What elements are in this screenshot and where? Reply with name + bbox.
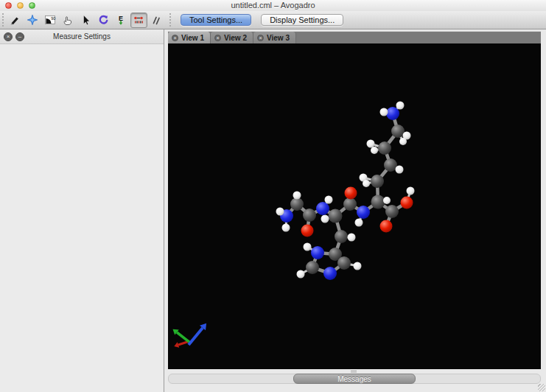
draw-tool-button[interactable] <box>7 13 24 28</box>
bond-centric-tool-button[interactable]: 90 <box>42 13 59 28</box>
toolbar-drag-handle[interactable] <box>2 13 6 27</box>
measure-icon <box>133 14 144 26</box>
tab-label: View 2 <box>224 34 247 42</box>
messages-button[interactable]: Messages <box>293 374 416 384</box>
align-icon <box>150 14 162 26</box>
title-bar: untitled.cml – Avogadro <box>0 0 546 11</box>
toolbar: 90 E <box>0 11 546 29</box>
align-tool-button[interactable] <box>148 13 165 28</box>
molecule[interactable] <box>168 43 541 369</box>
avogadro-window: untitled.cml – Avogadro 90 <box>0 0 546 392</box>
tab-view-1[interactable]: × View 1 <box>168 32 211 43</box>
view-tab-bar: × View 1 × View 2 × View 3 <box>168 31 541 43</box>
selection-cursor-icon <box>80 14 91 26</box>
toolbar-separator <box>169 13 173 27</box>
manipulate-hand-icon <box>62 14 74 26</box>
panel-header: × – Measure Settings <box>0 29 164 44</box>
bond-centric-icon: 90 <box>44 14 56 26</box>
bonds <box>280 105 410 274</box>
tab-label: View 1 <box>181 34 204 42</box>
tool-settings-button[interactable]: Tool Settings... <box>181 14 251 26</box>
auto-optimize-icon: E <box>115 14 127 26</box>
pencil-icon <box>9 14 21 26</box>
bottom-splitter-handle[interactable] <box>351 371 357 373</box>
tab-close-icon[interactable]: × <box>257 35 264 41</box>
atoms <box>276 102 415 281</box>
navigate-star-icon <box>27 14 38 26</box>
svg-text:90: 90 <box>51 16 55 21</box>
auto-rotate-icon <box>97 14 109 26</box>
window-title: untitled.cml – Avogadro <box>0 0 546 11</box>
measure-tool-button[interactable] <box>130 13 147 28</box>
selection-tool-button[interactable] <box>77 13 94 28</box>
navigate-tool-button[interactable] <box>24 13 41 28</box>
auto-optimize-tool-button[interactable]: E <box>113 13 130 28</box>
tab-view-3[interactable]: × View 3 <box>253 32 296 43</box>
display-settings-button[interactable]: Display Settings... <box>261 14 343 26</box>
axes-indicator <box>172 323 206 348</box>
window-resize-grip[interactable] <box>538 384 545 391</box>
tab-label: View 3 <box>267 34 290 42</box>
svg-text:E: E <box>119 15 123 22</box>
manipulate-tool-button[interactable] <box>60 13 77 28</box>
messages-bar: Messages <box>168 374 541 384</box>
tab-close-icon[interactable]: × <box>214 35 221 41</box>
measure-settings-panel: × – Measure Settings <box>0 29 164 392</box>
tab-view-2[interactable]: × View 2 <box>211 32 253 43</box>
tab-close-icon[interactable]: × <box>172 35 178 41</box>
3d-viewport[interactable] <box>168 43 541 369</box>
work-area: × View 1 × View 2 × View 3 <box>164 29 546 392</box>
panel-title: Measure Settings <box>0 29 164 44</box>
auto-rotate-tool-button[interactable] <box>95 13 112 28</box>
